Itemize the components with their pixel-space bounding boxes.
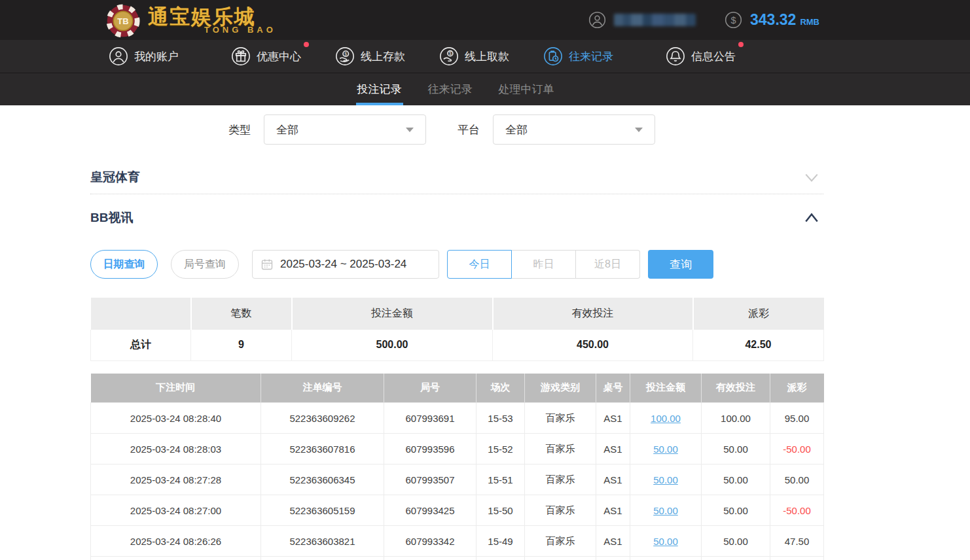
type-select[interactable]: 全部 <box>264 114 426 145</box>
balance-amount: 343.32 <box>750 11 796 29</box>
last-8-days-button[interactable]: 近8日 <box>576 250 640 279</box>
notification-badge <box>738 42 744 47</box>
tab-transaction-records[interactable]: 往来记录 <box>427 73 474 105</box>
table-cell: AS1 <box>596 495 630 526</box>
table-cell: 50.00 <box>702 495 770 526</box>
table-cell: AS1 <box>596 526 630 557</box>
bet-amount-link[interactable]: 100.00 <box>651 413 681 424</box>
brand-logo[interactable]: TB 通宝娱乐城 TONG BAO <box>106 3 276 38</box>
summary-header-bet-amount: 投注金额 <box>292 298 493 330</box>
account-summary: $ 343.32 RMB <box>588 11 970 29</box>
user-circle-icon <box>109 46 128 66</box>
table-cell: 522363603821 <box>261 526 384 557</box>
table-cell: 607993425 <box>384 495 476 526</box>
table-row: 2025-03-24 08:28:03522363607816607993596… <box>91 434 824 464</box>
nav-item-deposit[interactable]: $ 线上存款 <box>335 46 405 66</box>
table-cell <box>91 557 261 560</box>
summary-header-count: 笔数 <box>191 298 292 330</box>
table-cell <box>261 557 384 560</box>
round-query-button[interactable]: 局号查询 <box>171 250 239 279</box>
table-row-partial <box>91 557 824 560</box>
platform-select-value: 全部 <box>505 122 528 137</box>
table-row: 2025-03-24 08:28:40522363609262607993691… <box>91 403 824 434</box>
col-round-number: 局号 <box>384 374 476 403</box>
date-range-input[interactable]: 2025-03-24 ~ 2025-03-24 <box>252 250 439 279</box>
summary-header-blank <box>91 298 191 330</box>
tab-pending-orders[interactable]: 处理中订单 <box>497 73 556 105</box>
col-game-type: 游戏类别 <box>525 374 596 403</box>
bell-icon <box>666 46 685 66</box>
sub-nav: 投注记录 往来记录 处理中订单 <box>0 73 970 105</box>
bet-table-body: 2025-03-24 08:28:40522363609262607993691… <box>91 403 824 560</box>
section-crown-sports[interactable]: 皇冠体育 <box>90 160 823 194</box>
yesterday-button[interactable]: 昨日 <box>512 250 576 279</box>
table-cell: 47.50 <box>770 526 824 557</box>
nav-item-withdrawal[interactable]: $ 线上取款 <box>439 46 509 66</box>
table-cell <box>702 557 770 560</box>
col-valid-bet: 有效投注 <box>702 374 770 403</box>
table-cell: 50.00 <box>702 434 770 464</box>
type-filter-label: 类型 <box>228 122 251 137</box>
bet-records-table: 下注时间 注单编号 局号 场次 游戏类别 桌号 投注金额 有效投注 派彩 202… <box>90 374 824 560</box>
svg-text:$: $ <box>344 52 347 56</box>
search-button[interactable]: 查询 <box>648 250 713 279</box>
table-cell: 15-49 <box>476 526 525 557</box>
table-cell: 100.00 <box>702 403 770 434</box>
nav-item-promotions[interactable]: 优惠中心 <box>231 46 301 66</box>
table-cell: -50.00 <box>770 434 824 464</box>
table-cell <box>770 557 824 560</box>
nav-item-announcements[interactable]: 信息公告 <box>666 46 736 66</box>
table-cell: 522363609262 <box>261 403 384 434</box>
bet-amount-link[interactable]: 50.00 <box>653 505 678 516</box>
bet-amount-link[interactable]: 50.00 <box>653 444 678 455</box>
table-cell <box>384 557 476 560</box>
svg-text:TB: TB <box>117 16 128 26</box>
table-cell: 2025-03-24 08:28:40 <box>91 403 261 434</box>
type-select-value: 全部 <box>276 122 298 137</box>
deposit-icon: $ <box>335 46 355 66</box>
table-cell: 2025-03-24 08:28:03 <box>91 434 261 464</box>
table-cell: 100.00 <box>630 403 702 434</box>
nav-item-label: 线上存款 <box>361 49 405 64</box>
dollar-coin-icon: $ <box>725 11 742 29</box>
table-cell: 百家乐 <box>525 403 596 434</box>
table-cell: AS1 <box>596 434 630 464</box>
summary-valid-bet-value: 450.00 <box>493 330 693 360</box>
nav-item-label: 往来记录 <box>569 49 613 64</box>
table-cell: 607993342 <box>384 526 476 557</box>
today-button[interactable]: 今日 <box>447 250 512 279</box>
table-cell: -50.00 <box>770 495 824 526</box>
table-cell: 50.00 <box>630 464 702 495</box>
table-cell: 50.00 <box>770 464 824 495</box>
summary-bet-amount-value: 500.00 <box>292 330 493 360</box>
platform-select[interactable]: 全部 <box>493 114 655 145</box>
table-cell: 15-52 <box>476 434 525 464</box>
user-avatar-icon <box>588 11 606 29</box>
table-cell: AS1 <box>596 464 630 495</box>
table-cell: 50.00 <box>630 434 702 464</box>
table-cell <box>525 557 596 560</box>
table-cell <box>630 557 702 560</box>
nav-item-my-account[interactable]: 我的账户 <box>109 46 179 66</box>
balance[interactable]: $ 343.32 RMB <box>725 11 819 29</box>
gift-icon <box>231 46 251 66</box>
top-bar: TB 通宝娱乐城 TONG BAO $ 343.32 RMB <box>0 0 970 40</box>
col-bet-amount: 投注金额 <box>630 374 702 403</box>
page-content: 类型 全部 平台 全部 皇冠体育 BB视讯 日期查询 局号查询 <box>0 105 970 560</box>
username-masked[interactable] <box>614 14 696 26</box>
table-cell: 15-51 <box>476 464 525 495</box>
table-cell: 50.00 <box>630 495 702 526</box>
summary-payout-value: 42.50 <box>693 330 824 360</box>
balance-currency: RMB <box>800 17 819 27</box>
date-query-button[interactable]: 日期查询 <box>90 250 158 279</box>
section-title: BB视讯 <box>90 209 133 226</box>
nav-item-label: 线上取款 <box>465 49 509 64</box>
summary-total-label: 总计 <box>91 330 191 360</box>
table-cell: 50.00 <box>630 526 702 557</box>
nav-item-transaction-records[interactable]: 往来记录 <box>543 46 613 66</box>
section-bb-live[interactable]: BB视讯 <box>90 194 823 241</box>
bet-amount-link[interactable]: 50.00 <box>653 474 678 485</box>
tab-bet-records[interactable]: 投注记录 <box>356 73 403 105</box>
bet-amount-link[interactable]: 50.00 <box>653 536 678 547</box>
chevron-down-icon <box>635 128 643 132</box>
